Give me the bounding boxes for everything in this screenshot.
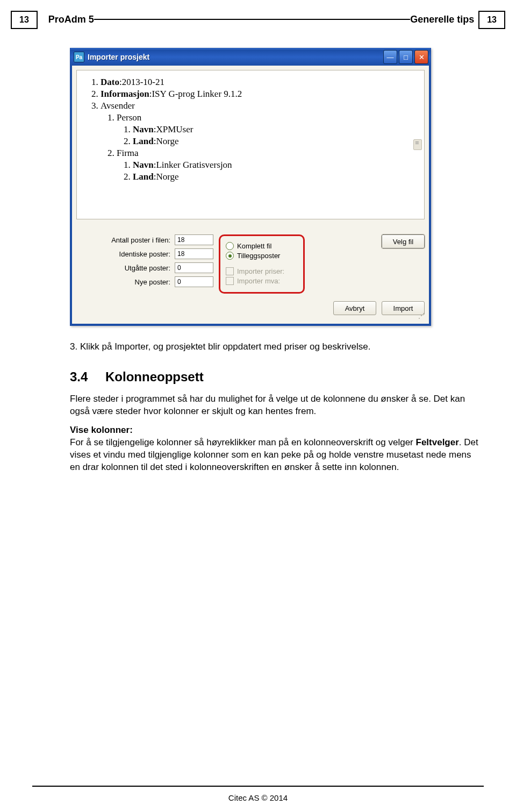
identiske-input[interactable] (175, 248, 213, 259)
tree-avsender-label: Avsender (101, 101, 135, 111)
page-header: 13 ProAdm 5 Generelle tips 13 (11, 11, 505, 29)
antall-label: Antall poster i filen: (111, 236, 170, 244)
scrollbar-thumb[interactable] (413, 139, 422, 150)
tree-firma-label: Firma (117, 148, 139, 158)
footer-text: Citec AS © 2014 (32, 793, 484, 802)
tree-dato-value: :2013-10-21 (119, 77, 164, 87)
titlebar: Pa Importer prosjekt — □ ✕ (70, 48, 431, 66)
feltvelger-bold: Feltvelger (416, 437, 459, 447)
check-priser[interactable] (226, 267, 234, 275)
step-3-text: 3. Klikk på Importer, og prosjektet blir… (70, 341, 478, 353)
tree-person-navn-value: :XPMUser (154, 124, 194, 134)
nye-input[interactable] (175, 276, 213, 287)
nye-label: Nye poster: (135, 278, 170, 286)
page-footer: Citec AS © 2014 (32, 786, 484, 802)
maximize-button[interactable]: □ (399, 50, 413, 64)
utgatte-label: Utgåtte poster: (125, 264, 170, 272)
tree-info-label: Informasjon (101, 89, 149, 99)
check-mva-label: Importer mva: (237, 277, 280, 285)
radio-komplett[interactable] (226, 242, 234, 250)
tree-firma-navn-value: :Linker Gratisversjon (154, 160, 232, 170)
doc-title-right: Generelle tips (410, 11, 478, 29)
tree-firma-land-label: Land (133, 172, 154, 182)
section-number: 3.4 (70, 368, 105, 386)
vise-kolonner-paragraph: Vise kolonner: For å se tilgjengelige ko… (70, 424, 478, 474)
antall-input[interactable] (175, 234, 213, 245)
page-number-right: 13 (478, 11, 505, 29)
velg-fil-button[interactable]: Velg fil (382, 234, 425, 248)
identiske-label: Identiske poster: (119, 250, 170, 258)
import-project-window: Pa Importer prosjekt — □ ✕ Dato:2013-10-… (70, 48, 431, 326)
vise-kolonner-text-a: For å se tilgjengelige kolonner så høyre… (70, 437, 416, 447)
tree-person-navn-label: Navn (133, 124, 154, 134)
window-title: Importer prosjekt (88, 53, 382, 61)
close-button[interactable]: ✕ (414, 50, 428, 64)
tree-firma-land-value: :Norge (154, 172, 179, 182)
app-icon: Pa (74, 52, 84, 62)
radio-tillegg[interactable] (226, 252, 234, 260)
radio-komplett-label: Komplett fil (237, 242, 271, 250)
minimize-button[interactable]: — (383, 50, 397, 64)
check-mva[interactable] (226, 277, 234, 285)
tree-person-land-label: Land (133, 136, 154, 146)
section-heading: 3.4Kolonneoppsett (70, 368, 478, 386)
radio-tillegg-label: Tilleggsposter (237, 252, 280, 260)
page-number-left: 13 (11, 11, 38, 29)
info-pane: Dato:2013-10-21 Informasjon:ISY G-prog L… (76, 70, 425, 219)
avbryt-button[interactable]: Avbryt (333, 301, 376, 315)
utgatte-input[interactable] (175, 262, 213, 273)
tree-person-label: Person (117, 112, 141, 123)
import-mode-group: Komplett fil Tilleggsposter Importer pri… (219, 234, 305, 294)
section-intro: Flere steder i programmet så har du muli… (70, 393, 478, 418)
doc-title-left: ProAdm 5 (38, 11, 94, 29)
tree-firma-navn-label: Navn (133, 160, 154, 170)
tree-person-land-value: :Norge (154, 136, 179, 146)
tree-dato-label: Dato (101, 77, 119, 87)
check-priser-label: Importer priser: (237, 267, 284, 275)
tree-info-value: :ISY G-prog Linker 9.1.2 (149, 89, 242, 99)
vise-kolonner-subhead: Vise kolonner: (70, 425, 133, 435)
section-title: Kolonneoppsett (105, 369, 204, 384)
